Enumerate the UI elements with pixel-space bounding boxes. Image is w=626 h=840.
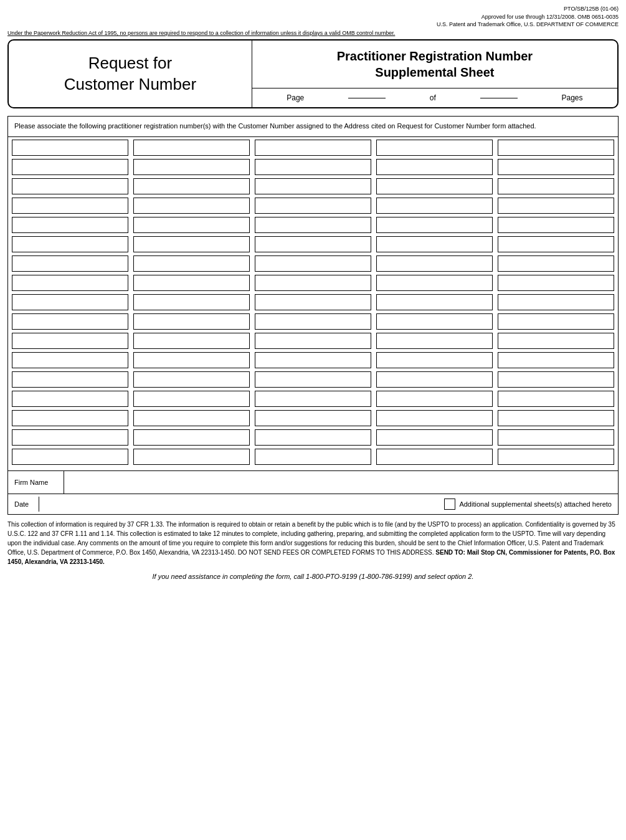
additional-sheets-section: Additional supplemental sheets(s) attach…	[444, 499, 618, 510]
reg-number-input[interactable]	[498, 333, 614, 349]
reg-number-input[interactable]	[12, 352, 128, 368]
reg-number-input[interactable]	[376, 429, 493, 446]
reg-number-input[interactable]	[498, 313, 614, 330]
reg-number-input[interactable]	[255, 391, 371, 407]
reg-number-input[interactable]	[255, 410, 371, 426]
reg-number-input[interactable]	[376, 313, 493, 330]
reg-number-input[interactable]	[376, 371, 493, 388]
reg-number-input[interactable]	[12, 391, 128, 407]
reg-number-input[interactable]	[498, 429, 614, 446]
reg-number-input[interactable]	[498, 352, 614, 368]
reg-number-input[interactable]	[133, 294, 250, 310]
page-value-input[interactable]	[348, 98, 386, 98]
reg-number-input[interactable]	[12, 198, 128, 214]
reg-number-input[interactable]	[255, 159, 371, 175]
reg-number-input[interactable]	[498, 294, 614, 310]
reg-number-input[interactable]	[498, 275, 614, 291]
reg-number-input[interactable]	[376, 159, 493, 175]
reg-number-input[interactable]	[12, 449, 128, 465]
reg-number-input[interactable]	[498, 391, 614, 407]
reg-number-input[interactable]	[133, 449, 250, 465]
reg-number-input[interactable]	[255, 217, 371, 233]
reg-number-input[interactable]	[498, 198, 614, 214]
additional-sheets-checkbox[interactable]	[444, 499, 455, 510]
reg-number-input[interactable]	[12, 313, 128, 330]
reg-number-input[interactable]	[133, 159, 250, 175]
reg-number-input[interactable]	[255, 449, 371, 465]
input-row	[12, 217, 614, 233]
reg-number-input[interactable]	[376, 294, 493, 310]
reg-number-input[interactable]	[12, 294, 128, 310]
reg-number-input[interactable]	[133, 391, 250, 407]
reg-number-input[interactable]	[133, 255, 250, 272]
reg-number-input[interactable]	[376, 178, 493, 194]
reg-number-input[interactable]	[133, 275, 250, 291]
input-row	[12, 391, 614, 407]
firm-name-input[interactable]	[64, 471, 618, 494]
reg-number-input[interactable]	[12, 159, 128, 175]
reg-number-input[interactable]	[133, 217, 250, 233]
input-row	[12, 159, 614, 175]
pages-value-input[interactable]	[480, 98, 518, 98]
reg-number-input[interactable]	[376, 352, 493, 368]
reg-number-input[interactable]	[255, 236, 371, 252]
reg-number-input[interactable]	[376, 391, 493, 407]
form-number: PTO/SB/125B (01-06)	[564, 6, 619, 12]
reg-number-input[interactable]	[12, 333, 128, 349]
reg-number-input[interactable]	[12, 178, 128, 194]
reg-number-input[interactable]	[255, 313, 371, 330]
reg-number-input[interactable]	[133, 198, 250, 214]
reg-number-input[interactable]	[133, 313, 250, 330]
reg-number-input[interactable]	[12, 410, 128, 426]
reg-number-input[interactable]	[255, 294, 371, 310]
reg-number-input[interactable]	[12, 371, 128, 388]
reg-number-input[interactable]	[133, 333, 250, 349]
reg-number-input[interactable]	[376, 275, 493, 291]
reg-number-input[interactable]	[12, 275, 128, 291]
reg-number-input[interactable]	[376, 255, 493, 272]
reg-number-input[interactable]	[133, 352, 250, 368]
reg-number-input[interactable]	[12, 236, 128, 252]
reg-number-input[interactable]	[498, 140, 614, 156]
reg-number-input[interactable]	[255, 333, 371, 349]
reg-number-input[interactable]	[498, 217, 614, 233]
reg-number-input[interactable]	[12, 140, 128, 156]
reg-number-input[interactable]	[498, 159, 614, 175]
reg-number-input[interactable]	[376, 198, 493, 214]
reg-number-input[interactable]	[255, 198, 371, 214]
date-input[interactable]	[39, 494, 444, 514]
reg-number-input[interactable]	[133, 140, 250, 156]
reg-number-input[interactable]	[498, 410, 614, 426]
reg-number-input[interactable]	[376, 140, 493, 156]
reg-number-input[interactable]	[498, 449, 614, 465]
reg-number-input[interactable]	[255, 429, 371, 446]
registration-number-grid	[8, 137, 618, 470]
reg-number-input[interactable]	[255, 255, 371, 272]
reg-number-input[interactable]	[376, 333, 493, 349]
reg-number-input[interactable]	[498, 178, 614, 194]
reg-number-input[interactable]	[255, 140, 371, 156]
reg-number-input[interactable]	[255, 275, 371, 291]
reg-number-input[interactable]	[376, 236, 493, 252]
reg-number-input[interactable]	[376, 449, 493, 465]
reg-number-input[interactable]	[255, 178, 371, 194]
reg-number-input[interactable]	[133, 410, 250, 426]
reg-number-input[interactable]	[498, 371, 614, 388]
pages-label: Pages	[562, 93, 583, 102]
reg-number-input[interactable]	[12, 217, 128, 233]
title-section: Request forCustomer Number Practitioner …	[7, 39, 619, 108]
reg-number-input[interactable]	[12, 255, 128, 272]
reg-number-input[interactable]	[133, 236, 250, 252]
date-label: Date	[8, 497, 39, 512]
reg-number-input[interactable]	[133, 178, 250, 194]
reg-number-input[interactable]	[255, 352, 371, 368]
reg-number-input[interactable]	[498, 236, 614, 252]
reg-number-input[interactable]	[376, 217, 493, 233]
input-row	[12, 236, 614, 252]
reg-number-input[interactable]	[133, 429, 250, 446]
reg-number-input[interactable]	[376, 410, 493, 426]
reg-number-input[interactable]	[498, 255, 614, 272]
reg-number-input[interactable]	[255, 371, 371, 388]
reg-number-input[interactable]	[133, 371, 250, 388]
reg-number-input[interactable]	[12, 429, 128, 446]
